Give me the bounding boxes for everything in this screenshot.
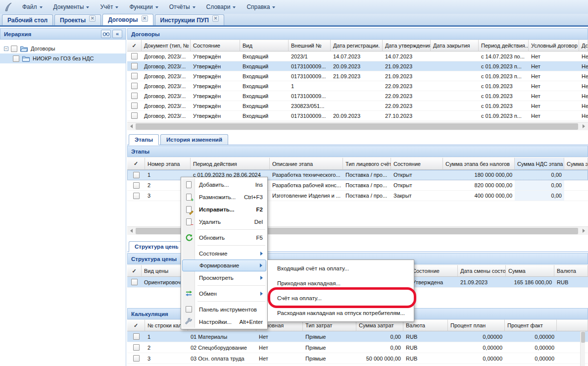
table-row[interactable]: Договор, 2023/...УтверждёнВходящий017310… [127,111,588,121]
column-header[interactable]: Условный договор [529,40,579,52]
menu-reports[interactable]: Отчёты [164,1,201,12]
table-row[interactable]: Договор, 2023/...УтверждёнВходящий017310… [127,71,588,81]
submenu-item-incoming-invoice[interactable]: Входящий счёт на оплату... [269,261,413,276]
context-menu-item[interactable]: Формирование [182,260,266,271]
table-row[interactable]: Договор, 2023/...УтверждёнВходящий017310… [127,91,588,101]
column-header[interactable]: Процент план [448,319,505,331]
context-menu-item[interactable]: Состояние [182,247,266,260]
column-header[interactable]: Сумма [506,265,554,277]
scrollbar-thumb[interactable] [581,332,585,343]
node-checkbox[interactable] [11,46,17,52]
column-header[interactable]: Дог [579,40,588,52]
row-checkbox[interactable] [133,333,140,340]
row-checkbox[interactable] [131,93,138,99]
table-row[interactable]: Договор, 2023/...УтверждёнВходящий230823… [127,101,588,111]
submenu-item-expense-note[interactable]: Расходная накладная на отпуск потребител… [269,306,413,320]
close-icon[interactable]: ✕ [89,15,96,22]
context-menu-item[interactable]: +Размножить...Ctrl+F3 [182,191,266,203]
row-checkbox[interactable] [133,355,140,362]
table-row[interactable]: 404 Доп. оплата трудаНетКосвенные5 250 0… [127,364,588,366]
column-header[interactable]: Дата регистрации. [331,40,383,52]
row-checkbox[interactable] [131,53,138,59]
calc-vscrollbar[interactable] [580,331,585,366]
column-header[interactable]: Состояние [391,157,443,170]
row-checkbox[interactable] [133,193,140,199]
tree-node-contracts[interactable]: − Договоры [0,44,126,53]
tab-change-history[interactable]: История изменений [160,134,228,145]
column-header[interactable]: Вид [240,40,289,52]
table-row[interactable]: 202 СпецоборудованиеНетПрямые0,00RUB0,00… [127,342,588,353]
context-menu-item[interactable]: ОбновитьF5 [182,231,266,244]
column-header[interactable]: Дата смены состоя [458,265,506,277]
scrollbar-thumb[interactable] [136,123,578,130]
column-header[interactable]: Дата закрытия [431,40,479,52]
search-button[interactable] [101,30,111,38]
menu-accounting[interactable]: Учёт [95,1,124,12]
scroll-left-icon[interactable] [128,227,135,235]
tab-instructions[interactable]: Инструкции ПУП✕ [155,14,224,25]
tab-contracts[interactable]: Договоры✕ [102,14,153,25]
submenu-item-receipt-note[interactable]: Приходная накладная... [269,276,413,291]
row-checkbox[interactable] [133,172,140,178]
column-header[interactable]: Сумма эт [564,157,588,170]
row-checkbox[interactable] [131,73,138,79]
column-header-select[interactable]: ✓ [127,265,142,277]
column-header[interactable] [557,319,588,331]
contracts-hscrollbar[interactable] [127,122,588,130]
tree-node-niokr[interactable]: НИОКР по ГОЗ без НДС [0,53,126,63]
column-header[interactable]: Состояние [410,265,458,277]
row-checkbox[interactable] [131,63,138,69]
column-header-select[interactable]: ✓ [127,319,145,331]
row-checkbox[interactable] [131,279,138,285]
row-checkbox[interactable] [131,112,138,119]
scroll-right-icon[interactable] [580,227,588,235]
column-header[interactable]: Период действия.. [479,40,529,52]
table-row[interactable]: Договор, 2023/...УтверждёнВходящий2023/1… [127,52,588,61]
close-icon[interactable]: ✕ [212,15,219,22]
menu-functions[interactable]: Функции [124,1,163,12]
node-checkbox[interactable] [13,55,19,62]
context-menu-item[interactable]: Панель инструментов [182,303,266,315]
collapse-panel-button[interactable]: « [112,30,122,38]
column-header[interactable]: Валюта [554,265,588,277]
column-header-select[interactable]: ✓ [127,157,145,170]
column-header[interactable]: Период действия [191,157,270,170]
table-row[interactable]: Договор, 2023/...УтверждёнВходящий122.09… [127,81,588,91]
column-header[interactable]: Описание этапа [270,157,343,170]
close-icon[interactable]: ✕ [142,15,148,22]
submenu-item-payment-invoice[interactable]: Счёт на оплату... [269,291,413,306]
column-header[interactable]: Процент факт [505,319,557,331]
column-header[interactable]: Сумма этапа без налогов [443,157,515,170]
menu-help[interactable]: Справка [241,1,281,12]
scroll-left-icon[interactable] [128,123,135,130]
tab-stages[interactable]: Этапы [129,134,159,145]
table-row[interactable]: 303 Осн. оплата трудаНетПрямые50 000 000… [127,353,588,364]
context-menu-item[interactable]: Просмотреть [182,271,266,284]
row-checkbox[interactable] [131,83,138,89]
context-menu-item[interactable]: Обмен [182,287,266,300]
row-checkbox[interactable] [131,103,138,109]
menu-dictionaries[interactable]: Словари [201,1,242,12]
column-header[interactable]: Внешний № [289,40,331,52]
collapse-node-icon[interactable]: − [4,47,8,51]
column-header[interactable]: Дата утверждения [383,40,431,52]
tab-desktop[interactable]: Рабочий стол [2,14,53,25]
scroll-right-icon[interactable] [580,123,588,130]
tab-projects[interactable]: Проекты✕ [54,14,101,25]
row-checkbox[interactable] [133,182,140,189]
row-checkbox[interactable] [133,344,140,351]
table-row[interactable]: 101 МатериалыНетПрямые0,00RUB0,000000,00… [127,331,588,342]
context-menu-item[interactable]: Добавить...Ins [182,178,266,191]
column-header-select[interactable]: ✓ [127,40,142,52]
menu-documents[interactable]: Документы [48,1,95,12]
context-menu-item[interactable]: Настройки...Alt+Enter [182,315,266,328]
column-header[interactable]: Тип лицевого счёт [343,157,391,170]
context-menu-item[interactable]: Исправить...F2 [182,203,266,215]
column-header[interactable]: Номер этапа [145,157,191,170]
table-row[interactable]: Договор, 2023/...УтверждёнВходящий017310… [127,61,588,71]
column-header[interactable]: Документ (тип, № [142,40,191,52]
column-header[interactable]: Состояние [191,40,240,52]
menu-file[interactable]: Файл [17,1,48,12]
tab-price-structure[interactable]: Структура цены [129,241,184,252]
column-header[interactable]: Сумма НДС этапа [515,157,564,170]
